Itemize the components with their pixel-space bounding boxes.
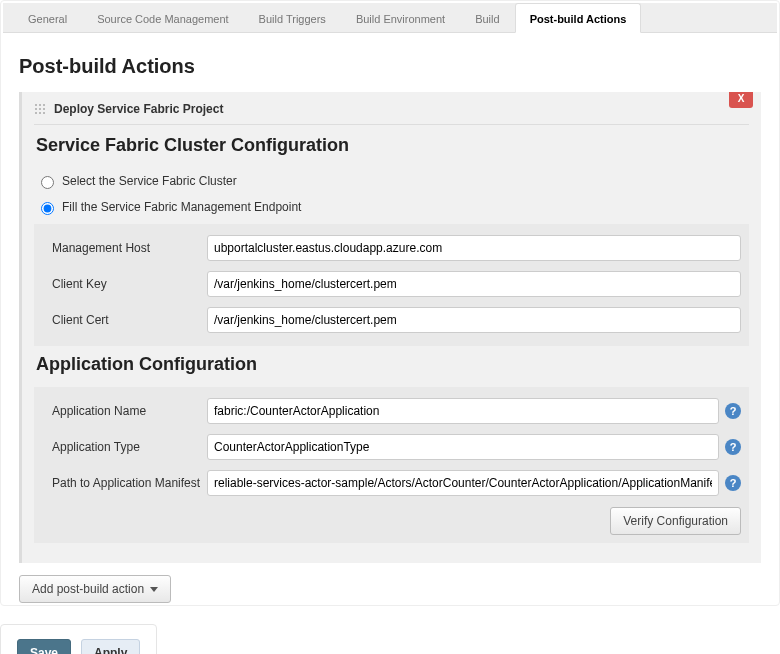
help-icon[interactable]: ? <box>725 439 741 455</box>
tab-build[interactable]: Build <box>460 3 514 33</box>
help-icon[interactable]: ? <box>725 403 741 419</box>
endpoint-form: Management Host Client Key Client Cert <box>34 224 749 346</box>
apply-button[interactable]: Apply <box>81 639 140 654</box>
tab-triggers[interactable]: Build Triggers <box>244 3 341 33</box>
footer-bar: Save Apply <box>0 624 157 654</box>
page-title: Post-build Actions <box>19 55 761 78</box>
save-button[interactable]: Save <box>17 639 71 654</box>
mgmt-host-input[interactable] <box>207 235 741 261</box>
radio-select-cluster-label: Select the Service Fabric Cluster <box>62 174 237 188</box>
client-key-input[interactable] <box>207 271 741 297</box>
app-config-form: Application Name ? Application Type ? Pa… <box>34 387 749 543</box>
tabbar: General Source Code Management Build Tri… <box>3 3 777 33</box>
deploy-sf-panel: X Deploy Service Fabric Project Service … <box>19 92 761 563</box>
tab-post-build[interactable]: Post-build Actions <box>515 3 642 33</box>
mgmt-host-label: Management Host <box>42 241 207 255</box>
client-key-label: Client Key <box>42 277 207 291</box>
panel-title: Deploy Service Fabric Project <box>54 102 223 116</box>
app-type-input[interactable] <box>207 434 719 460</box>
verify-button[interactable]: Verify Configuration <box>610 507 741 535</box>
app-config-title: Application Configuration <box>36 354 749 375</box>
radio-fill-endpoint[interactable] <box>41 202 54 215</box>
manifest-label: Path to Application Manifest <box>42 476 207 490</box>
app-name-input[interactable] <box>207 398 719 424</box>
add-post-build-action-button[interactable]: Add post-build action <box>19 575 171 603</box>
chevron-down-icon <box>150 587 158 592</box>
radio-select-cluster[interactable] <box>41 176 54 189</box>
client-cert-label: Client Cert <box>42 313 207 327</box>
tab-scm[interactable]: Source Code Management <box>82 3 243 33</box>
client-cert-input[interactable] <box>207 307 741 333</box>
help-icon[interactable]: ? <box>725 475 741 491</box>
add-post-build-action-label: Add post-build action <box>32 582 144 596</box>
app-name-label: Application Name <box>42 404 207 418</box>
cluster-config-title: Service Fabric Cluster Configuration <box>36 135 749 156</box>
manifest-input[interactable] <box>207 470 719 496</box>
radio-fill-endpoint-label: Fill the Service Fabric Management Endpo… <box>62 200 301 214</box>
close-icon[interactable]: X <box>729 92 753 108</box>
app-type-label: Application Type <box>42 440 207 454</box>
tab-env[interactable]: Build Environment <box>341 3 460 33</box>
tab-general[interactable]: General <box>13 3 82 33</box>
drag-handle-icon[interactable] <box>34 103 46 115</box>
